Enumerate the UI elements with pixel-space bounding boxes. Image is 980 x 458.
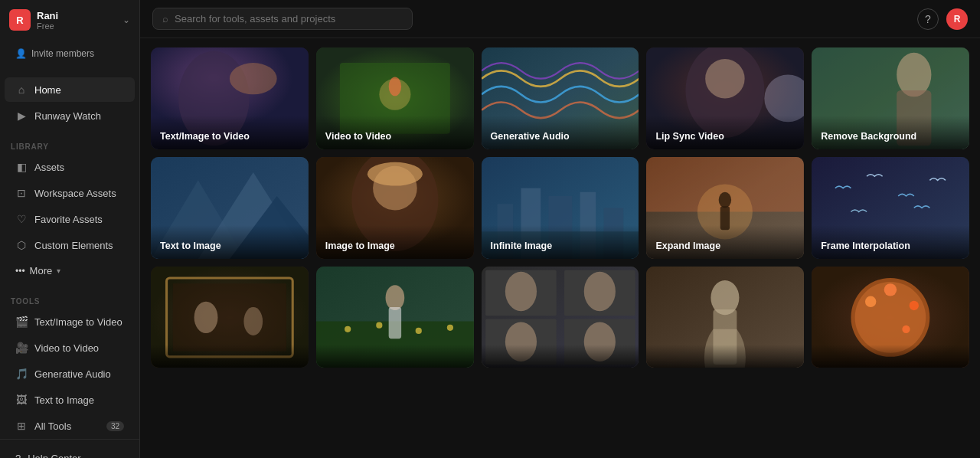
avatar: R [9, 9, 31, 31]
sidebar-item-text-image-video[interactable]: 🎬 Text/Image to Video [5, 309, 135, 334]
chevron-down-icon: ⌄ [122, 15, 130, 25]
home-label: Home [34, 84, 61, 96]
card-label: Image to Image [316, 225, 474, 259]
sidebar-item-generative-audio[interactable]: 🎵 Generative Audio [5, 361, 135, 386]
user-menu[interactable]: R Rani Free ⌄ [0, 0, 139, 40]
text-image-video-label: Text/Image to Video [34, 316, 122, 328]
card-label: Lip Sync Video [646, 116, 804, 149]
all-tools-badge: 32 [106, 421, 124, 431]
help-circle-button[interactable]: ? [917, 8, 939, 30]
invite-label: Invite members [31, 48, 94, 59]
sidebar-item-watch[interactable]: ▶ Runway Watch [5, 103, 135, 128]
user-name: Rani [37, 10, 58, 21]
more-icon: ••• [15, 266, 25, 276]
more-button[interactable]: ••• More ▾ [5, 259, 135, 283]
card-label: Text/Image to Video [151, 116, 309, 149]
tool-card-row3-5[interactable] [812, 267, 969, 368]
tools-section-label: TOOLS [0, 290, 139, 309]
tool-card-video-to-video[interactable]: Video to Video [316, 47, 474, 149]
card-label: Generative Audio [482, 116, 639, 149]
sidebar: R Rani Free ⌄ 👤 Invite members ⌂ Home ▶ … [0, 0, 140, 458]
tool-card-row3-4[interactable] [646, 267, 804, 368]
card-label: Expand Image [646, 225, 804, 259]
tools-grid-container: Text/Image to Video [140, 38, 980, 458]
audio-icon: 🎵 [15, 368, 28, 380]
user-plan: Free [37, 21, 58, 31]
text-image-icon: 🖼 [15, 394, 28, 406]
card-label: Infinite Image [482, 225, 639, 259]
tool-card-lip-sync-video[interactable]: Lip Sync Video [646, 47, 804, 149]
play-icon: ▶ [15, 110, 28, 122]
home-icon: ⌂ [15, 83, 28, 96]
heart-icon: ♡ [15, 213, 28, 225]
user-details: Rani Free [37, 10, 58, 31]
sidebar-item-home[interactable]: ⌂ Home [5, 77, 135, 102]
tool-card-image-to-image[interactable]: Image to Image [316, 157, 474, 259]
watch-label: Runway Watch [34, 110, 101, 122]
generative-audio-label: Generative Audio [34, 368, 111, 380]
help-center-button[interactable]: ? Help Center [5, 447, 135, 458]
tool-card-row3-3[interactable] [482, 267, 639, 368]
card-label: Frame Interpolation [812, 225, 969, 259]
user-info: R Rani Free [9, 9, 58, 31]
video-to-video-icon: 🎥 [15, 342, 28, 354]
card-label [646, 345, 804, 368]
more-chevron-icon: ▾ [57, 267, 60, 275]
card-label: Text to Image [151, 225, 309, 259]
tools-grid: Text/Image to Video [151, 47, 969, 368]
tool-card-infinite-image[interactable]: Infinite Image [482, 157, 639, 259]
sidebar-item-custom-elements[interactable]: ⬡ Custom Elements [5, 233, 135, 257]
tool-card-frame-interpolation[interactable]: Frame Interpolation [812, 157, 969, 259]
workspace-label: Workspace Assets [34, 188, 116, 199]
card-label [482, 345, 639, 368]
person-add-icon: 👤 [15, 48, 27, 59]
invite-members-button[interactable]: 👤 Invite members [8, 43, 132, 64]
search-box[interactable]: ⌕ [152, 8, 413, 30]
sidebar-footer: ? Help Center [0, 439, 139, 458]
card-label: Remove Background [812, 116, 969, 149]
custom-label: Custom Elements [34, 240, 113, 251]
favorite-label: Favorite Assets [34, 214, 103, 225]
video-to-video-label: Video to Video [34, 342, 99, 354]
sidebar-item-assets[interactable]: ◧ Assets [5, 155, 135, 179]
all-tools-icon: ⊞ [15, 420, 28, 432]
tool-card-remove-background[interactable]: Remove Background [812, 47, 969, 149]
tool-card-row3-1[interactable] [151, 267, 309, 368]
tool-card-expand-image[interactable]: Expand Image [646, 157, 804, 259]
sidebar-item-text-to-image[interactable]: 🖼 Text to Image [5, 388, 135, 412]
tool-card-text-image-video[interactable]: Text/Image to Video [151, 47, 309, 149]
card-label [151, 345, 309, 368]
search-icon: ⌕ [162, 13, 168, 25]
text-image-video-icon: 🎬 [15, 316, 28, 328]
text-to-image-label: Text to Image [34, 394, 94, 406]
card-label [812, 345, 969, 368]
main-content: ⌕ ? R [140, 0, 980, 458]
tool-card-text-to-image[interactable]: Text to Image [151, 157, 309, 259]
tool-card-generative-audio[interactable]: Generative Audio [482, 47, 639, 149]
help-label: Help Center [28, 453, 80, 458]
user-avatar-top[interactable]: R [946, 8, 968, 30]
workspace-icon: ⊡ [15, 187, 28, 199]
search-input[interactable] [175, 13, 403, 25]
sidebar-item-workspace-assets[interactable]: ⊡ Workspace Assets [5, 181, 135, 205]
sidebar-item-video-to-video[interactable]: 🎥 Video to Video [5, 335, 135, 360]
topbar: ⌕ ? R [140, 0, 980, 38]
topbar-right: ? R [917, 8, 968, 30]
assets-icon: ◧ [15, 161, 28, 173]
sidebar-item-favorite-assets[interactable]: ♡ Favorite Assets [5, 207, 135, 231]
tool-card-row3-2[interactable] [316, 267, 474, 368]
assets-label: Assets [34, 162, 64, 173]
help-icon: ? [15, 453, 21, 458]
more-label: More [30, 265, 53, 276]
all-tools-label: All Tools [34, 420, 71, 432]
elements-icon: ⬡ [15, 239, 28, 251]
card-label: Video to Video [316, 116, 474, 149]
sidebar-item-all-tools[interactable]: ⊞ All Tools 32 [5, 414, 135, 438]
card-label [316, 345, 474, 368]
library-section-label: LIBRARY [0, 135, 139, 154]
